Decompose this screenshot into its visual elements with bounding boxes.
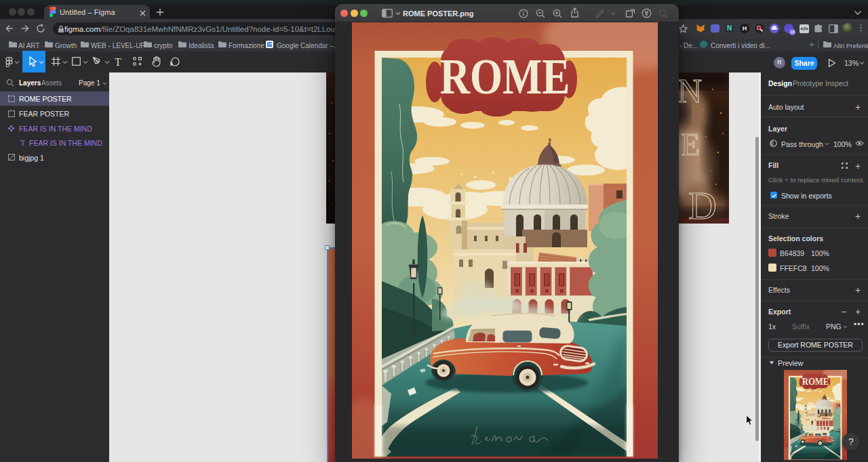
svg-text:E: E	[681, 127, 700, 162]
svg-text:D: D	[688, 184, 717, 224]
svg-text:N: N	[679, 72, 702, 110]
